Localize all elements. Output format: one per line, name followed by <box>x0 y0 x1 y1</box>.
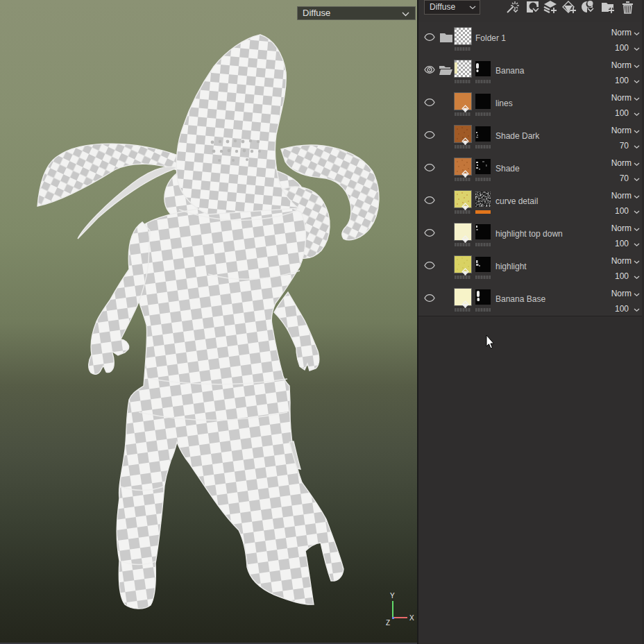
svg-text:X: X <box>409 614 414 622</box>
svg-text:Y: Y <box>390 592 395 600</box>
svg-text:Z: Z <box>386 619 390 627</box>
